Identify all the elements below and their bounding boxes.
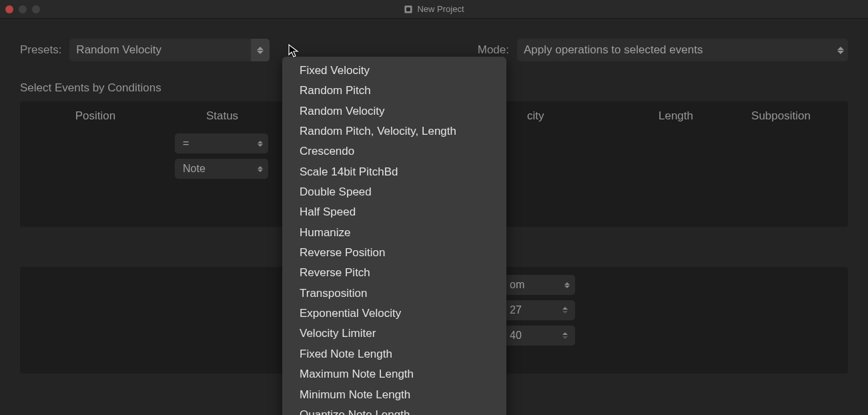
presets-menu-item[interactable]: Transposition — [282, 284, 506, 304]
presets-menu-item[interactable]: Random Pitch — [282, 81, 506, 101]
value2-text: 40 — [510, 330, 522, 342]
stepper-up-icon[interactable] — [562, 307, 568, 310]
col-position-header: Position — [32, 109, 159, 123]
presets-menu-item[interactable]: Half Speed — [282, 202, 506, 222]
zoom-window-button[interactable] — [32, 5, 40, 13]
chevron-up-icon — [837, 47, 844, 50]
chevron-up-icon — [564, 282, 570, 285]
presets-menu-item[interactable]: Maximum Note Length — [282, 364, 506, 384]
mode-label: Mode: — [478, 43, 509, 57]
presets-menu-item[interactable]: Exponential Velocity — [282, 304, 506, 324]
chevron-down-icon — [564, 286, 570, 288]
presets-select-button[interactable] — [251, 39, 270, 61]
window-title: New Project — [417, 4, 464, 14]
presets-menu-item[interactable]: Reverse Pitch — [282, 263, 506, 283]
presets-menu-item[interactable]: Random Velocity — [282, 101, 506, 121]
status-value-text: Note — [183, 163, 205, 175]
value2-field[interactable]: 40 — [502, 326, 575, 346]
col-status-header: Status — [159, 109, 286, 123]
stepper-down-icon[interactable] — [562, 336, 568, 339]
col-length-header: Length — [626, 109, 726, 123]
value1-field[interactable]: 27 — [502, 300, 575, 320]
presets-menu-item[interactable]: Velocity Limiter — [282, 324, 506, 344]
window-titlebar: New Project — [0, 0, 868, 19]
status-operator-value: = — [183, 137, 189, 149]
chevron-down-icon — [257, 51, 264, 54]
presets-menu-item[interactable]: Fixed Note Length — [282, 344, 506, 364]
chevron-down-icon — [258, 144, 263, 147]
presets-menu-item[interactable]: Scale 14bit PitchBd — [282, 162, 506, 182]
presets-menu-item[interactable]: Fixed Velocity — [282, 61, 506, 81]
close-window-button[interactable] — [5, 5, 13, 13]
stepper-down-icon[interactable] — [562, 311, 568, 314]
presets-menu-item[interactable]: Quantize Note Length — [282, 405, 506, 415]
presets-select[interactable]: Random Velocity — [69, 39, 270, 61]
mode-select[interactable]: Apply operations to selected events — [517, 39, 848, 61]
chevron-down-icon — [837, 51, 844, 54]
presets-label: Presets: — [20, 43, 61, 57]
presets-select-value: Random Velocity — [69, 43, 251, 57]
status-operator-select[interactable]: = — [175, 133, 268, 153]
chevron-up-icon — [257, 47, 264, 50]
chevron-up-icon — [258, 166, 263, 169]
minimize-window-button[interactable] — [19, 5, 27, 13]
window-controls — [5, 5, 40, 13]
presets-dropdown-menu[interactable]: Fixed VelocityRandom PitchRandom Velocit… — [282, 57, 506, 415]
operation-type-value: om — [510, 279, 524, 291]
operation-type-select[interactable]: om — [502, 275, 575, 295]
chevron-down-icon — [258, 169, 263, 172]
mode-select-value: Apply operations to selected events — [517, 43, 837, 57]
col-subposition-header: Subposition — [726, 109, 836, 123]
presets-menu-item[interactable]: Crescendo — [282, 141, 506, 161]
chevron-up-icon — [258, 141, 263, 143]
presets-menu-item[interactable]: Minimum Note Length — [282, 385, 506, 405]
value1-text: 27 — [510, 304, 522, 316]
presets-menu-item[interactable]: Reverse Position — [282, 243, 506, 263]
stepper-up-icon[interactable] — [562, 332, 568, 335]
col-velocity-header: city — [527, 109, 544, 123]
status-value-select[interactable]: Note — [175, 159, 268, 179]
presets-menu-item[interactable]: Double Speed — [282, 182, 506, 202]
presets-menu-item[interactable]: Humanize — [282, 223, 506, 243]
document-icon — [404, 5, 413, 14]
presets-menu-item[interactable]: Random Pitch, Velocity, Length — [282, 121, 506, 141]
